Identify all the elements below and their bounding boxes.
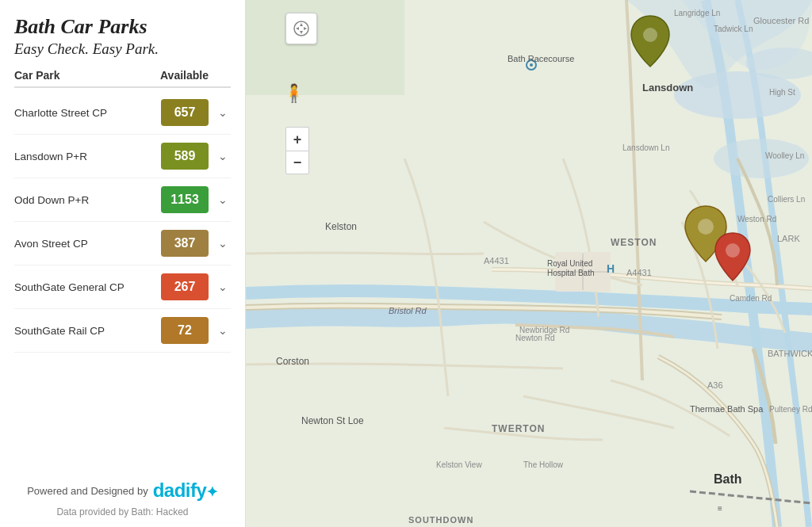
svg-text:Camden Rd: Camden Rd xyxy=(730,294,772,303)
map-area: Bath Racecourse Lansdown Kelston WESTON … xyxy=(246,0,812,527)
svg-text:A4431: A4431 xyxy=(626,268,652,277)
svg-point-45 xyxy=(643,28,657,42)
svg-point-46 xyxy=(698,219,714,235)
svg-text:BATHWICK: BATHWICK xyxy=(768,349,812,358)
data-credit-text: Data provided by Bath: Hacked xyxy=(14,506,231,517)
powered-by-line: Powered and Designed by dadify✦ xyxy=(14,479,231,502)
svg-text:Kelston: Kelston xyxy=(325,221,357,232)
car-park-row-southgate-rail[interactable]: SouthGate Rail CP72⌄ xyxy=(14,309,231,353)
svg-text:Bristol Rd: Bristol Rd xyxy=(389,306,427,315)
car-park-row-avon-street[interactable]: Avon Street CP387⌄ xyxy=(14,222,231,265)
svg-text:Gloucester Rd: Gloucester Rd xyxy=(753,16,809,25)
svg-rect-4 xyxy=(246,0,404,95)
svg-text:H: H xyxy=(607,262,615,275)
car-park-name-avon-street: Avon Street CP xyxy=(14,238,161,250)
car-park-name-southgate-general: SouthGate General CP xyxy=(14,281,161,293)
svg-text:SOUTHDOWN: SOUTHDOWN xyxy=(408,515,473,525)
svg-text:Bath: Bath xyxy=(714,472,742,486)
car-park-row-southgate-general[interactable]: SouthGate General CP267⌄ xyxy=(14,265,231,309)
svg-text:A36: A36 xyxy=(707,380,723,390)
left-panel: Bath Car Parks Easy Check. Easy Park. Ca… xyxy=(0,0,246,527)
svg-text:Lansdown Ln: Lansdown Ln xyxy=(622,143,670,152)
expand-chevron-charlotte-street[interactable]: ⌄ xyxy=(215,106,231,119)
col-available-label: Available xyxy=(160,69,209,82)
availability-badge-southgate-rail: 72 xyxy=(161,317,209,344)
svg-text:WESTON: WESTON xyxy=(611,237,657,248)
availability-badge-lansdown-pr: 589 xyxy=(161,143,209,170)
zoom-in-button[interactable]: + xyxy=(285,127,309,151)
expand-chevron-avon-street[interactable]: ⌄ xyxy=(215,237,231,250)
zoom-out-button[interactable]: − xyxy=(285,151,309,174)
svg-text:The Hollow: The Hollow xyxy=(523,460,564,469)
svg-text:TWERTON: TWERTON xyxy=(492,423,545,434)
car-park-name-charlotte-street: Charlotte Street CP xyxy=(14,107,161,119)
svg-text:Langridge Ln: Langridge Ln xyxy=(674,9,720,17)
col-carpark-label: Car Park xyxy=(14,69,60,82)
svg-text:Tadwick Ln: Tadwick Ln xyxy=(714,25,753,33)
svg-text:Hospital Bath: Hospital Bath xyxy=(547,269,594,277)
table-header: Car Park Available xyxy=(14,69,231,88)
svg-point-9 xyxy=(530,63,533,67)
svg-text:Weston Rd: Weston Rd xyxy=(737,215,776,223)
svg-text:Colliers Ln: Colliers Ln xyxy=(768,195,805,204)
dadify-logo: dadify✦ xyxy=(153,479,218,502)
svg-text:Newton Rd: Newton Rd xyxy=(515,334,554,342)
powered-by-text: Powered and Designed by xyxy=(27,485,148,497)
expand-chevron-southgate-general[interactable]: ⌄ xyxy=(215,281,231,293)
car-park-name-lansdown-pr: Lansdown P+R xyxy=(14,151,161,162)
map-nav-controls xyxy=(285,13,317,44)
availability-badge-charlotte-street: 657 xyxy=(161,99,209,126)
svg-text:Newton St Loe: Newton St Loe xyxy=(301,415,364,426)
expand-chevron-lansdown-pr[interactable]: ⌄ xyxy=(215,150,231,162)
svg-text:A4431: A4431 xyxy=(484,256,509,265)
footer-area: Powered and Designed by dadify✦ Data pro… xyxy=(14,472,231,517)
availability-badge-odd-down-pr: 1153 xyxy=(161,186,209,213)
svg-text:High St: High St xyxy=(769,88,795,97)
map-nav-button[interactable] xyxy=(285,13,317,44)
availability-badge-southgate-general: 267 xyxy=(161,273,209,300)
svg-marker-52 xyxy=(304,27,307,30)
car-park-row-lansdown-pr[interactable]: Lansdown P+R589⌄ xyxy=(14,135,231,178)
app-title: Bath Car Parks xyxy=(14,14,231,39)
car-park-row-charlotte-street[interactable]: Charlotte Street CP657⌄ xyxy=(14,91,231,135)
street-view-pegman[interactable]: 🧍 xyxy=(283,83,304,104)
svg-text:Bath Racecourse: Bath Racecourse xyxy=(508,54,574,63)
car-park-name-odd-down-pr: Odd Down P+R xyxy=(14,194,161,206)
svg-text:Royal United: Royal United xyxy=(547,259,592,268)
svg-text:Lansdown: Lansdown xyxy=(642,82,693,94)
app-subtitle: Easy Check. Easy Park. xyxy=(14,40,231,58)
map-zoom-controls: + − xyxy=(285,127,309,174)
map-background: Bath Racecourse Lansdown Kelston WESTON … xyxy=(246,0,812,527)
car-park-list: Charlotte Street CP657⌄Lansdown P+R589⌄O… xyxy=(14,91,231,353)
car-park-row-odd-down-pr[interactable]: Odd Down P+R1153⌄ xyxy=(14,178,231,222)
svg-text:Thermae Bath Spa: Thermae Bath Spa xyxy=(690,404,764,414)
svg-marker-49 xyxy=(300,23,303,26)
svg-text:Corston: Corston xyxy=(276,356,309,367)
svg-text:Kelston View: Kelston View xyxy=(436,460,482,469)
availability-badge-avon-street: 387 xyxy=(161,230,209,257)
svg-marker-51 xyxy=(296,27,299,30)
svg-marker-50 xyxy=(300,31,303,34)
svg-point-47 xyxy=(726,243,740,258)
expand-chevron-southgate-rail[interactable]: ⌄ xyxy=(215,324,231,337)
svg-text:Woolley Ln: Woolley Ln xyxy=(765,151,804,160)
svg-text:≡: ≡ xyxy=(718,504,722,513)
svg-text:LARK: LARK xyxy=(777,234,800,243)
expand-chevron-odd-down-pr[interactable]: ⌄ xyxy=(215,193,231,206)
car-park-name-southgate-rail: SouthGate Rail CP xyxy=(14,325,161,337)
svg-text:Pulteney Rd: Pulteney Rd xyxy=(769,405,812,414)
